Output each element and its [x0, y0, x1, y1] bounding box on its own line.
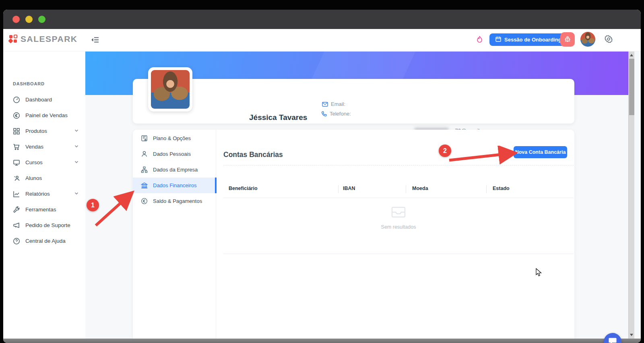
sidebar-item-label: Ferramentas [25, 207, 56, 213]
column-header-beneficiario: Beneficiário [229, 186, 258, 191]
scrollbar-thumb[interactable] [629, 59, 634, 115]
sidebar-item-cursos[interactable]: Cursos [3, 155, 85, 170]
sidebar-item-label: Central de Ajuda [25, 238, 66, 244]
tab-label: Dados Pessoais [153, 151, 191, 157]
onboarding-session-label: Sessão de Onboarding [504, 37, 561, 43]
sidebar-item-painel-de-vendas[interactable]: Painel de Vendas [3, 107, 85, 123]
user-avatar[interactable] [580, 32, 595, 47]
sidebar-item-alunos[interactable]: Alunos [3, 170, 85, 186]
sidebar-item-label: Cursos [25, 159, 43, 165]
tab-plano-e-opcoes[interactable]: Plano & Opções [133, 130, 216, 146]
chart-line-icon [13, 190, 20, 198]
question-circle-icon [13, 238, 20, 245]
report-bug-button[interactable] [560, 32, 575, 47]
profile-photo-frame [148, 67, 192, 112]
org-chart-icon [141, 166, 148, 173]
tab-label: Plano & Opções [153, 135, 191, 141]
chevron-down-icon [74, 128, 79, 134]
annotation-step-1-badge: 1 [87, 199, 99, 211]
column-header-moeda: Moeda [412, 186, 428, 191]
annotation-step-2-badge: 2 [439, 145, 451, 157]
app-root: SALESPARK Sessão de Onboarding [3, 29, 641, 339]
column-divider [486, 185, 487, 193]
wrench-icon [13, 206, 20, 213]
sidebar-item-relatorios[interactable]: Relatórios [3, 186, 85, 202]
cart-icon [13, 143, 20, 151]
speedometer-icon [13, 96, 20, 103]
salespark-logo[interactable]: SALESPARK [9, 34, 77, 44]
email-label: Email: [331, 101, 345, 107]
dotted-separator [223, 165, 574, 165]
sidebar-item-vendas[interactable]: Vendas [3, 139, 85, 155]
window-titlebar[interactable] [3, 10, 641, 29]
column-header-iban: IBAN [343, 186, 355, 191]
minimize-window-button[interactable] [25, 16, 33, 23]
annotation-step-2-number: 2 [443, 147, 447, 155]
empty-state-text: Sem resultados [223, 224, 574, 230]
window-bottom-edge [3, 339, 641, 343]
flame-icon[interactable] [474, 34, 485, 44]
euro-circle-icon [13, 112, 20, 119]
sidebar-item-label: Relatórios [25, 191, 50, 197]
chat-bubble-icon [608, 337, 617, 343]
grid-icon [13, 128, 20, 135]
close-window-button[interactable] [12, 16, 20, 23]
app-header: SALESPARK Sessão de Onboarding [3, 29, 641, 52]
bug-icon [564, 35, 571, 44]
new-bank-account-button[interactable]: Nova Conta Bancária [514, 146, 567, 158]
monitor-icon [13, 159, 20, 166]
phone-label: Telefone: [330, 111, 351, 117]
screenshot-stage: SALESPARK Sessão de Onboarding [0, 0, 644, 343]
maximize-window-button[interactable] [38, 16, 45, 23]
profile-email-row: Email: [322, 101, 345, 107]
sidebar-item-label: Produtos [25, 128, 47, 134]
table-bottom-border [223, 254, 574, 254]
chevron-down-icon [74, 144, 79, 150]
tab-label: Dados Financeiros [153, 182, 196, 188]
tab-dados-da-empresa[interactable]: Dados da Empresa [133, 162, 216, 178]
scroll-down-arrow-icon[interactable] [630, 334, 633, 336]
sidebar-section-label: DASHBOARD [13, 81, 45, 86]
bank-accounts-title: Contas Bancárias [223, 151, 283, 159]
bank-icon [141, 182, 148, 189]
sidebar: DASHBOARD Dashboard Painel de Vendas Pro… [3, 52, 85, 339]
sidebar-item-label: Vendas [25, 144, 43, 150]
tab-saldo-e-pagamentos[interactable]: Saldo & Pagamentos [133, 193, 216, 209]
sidebar-collapse-icon[interactable] [90, 35, 101, 45]
chevron-down-icon [74, 191, 79, 197]
salespark-logo-text: SALESPARK [21, 34, 77, 44]
sidebar-item-dashboard[interactable]: Dashboard [3, 92, 85, 107]
profile-phone-row: Telefone: [321, 111, 354, 117]
profile-card: Jéssica Tavares Administrador Email: es7… [133, 79, 574, 124]
macos-window: SALESPARK Sessão de Onboarding [3, 10, 641, 343]
phone-icon [321, 111, 327, 117]
onboarding-session-button[interactable]: Sessão de Onboarding [489, 33, 568, 46]
tab-dados-financeiros[interactable]: Dados Financeiros [133, 178, 216, 193]
sidebar-item-label: Painel de Vendas [25, 112, 68, 118]
tab-label: Dados da Empresa [153, 167, 198, 173]
user-avatar-photo [580, 32, 595, 47]
mouse-cursor [536, 268, 543, 277]
column-header-estado: Estado [493, 186, 510, 191]
empty-state: Sem resultados [223, 204, 574, 230]
profile-name: Jéssica Tavares [249, 113, 307, 122]
tab-label: Saldo & Pagamentos [153, 198, 202, 204]
sidebar-item-central-de-ajuda[interactable]: Central de Ajuda [3, 233, 85, 249]
gear-icon[interactable] [603, 33, 614, 45]
sidebar-item-ferramentas[interactable]: Ferramentas [3, 202, 85, 217]
scroll-up-arrow-icon[interactable] [630, 54, 633, 56]
sidebar-item-pedido-de-suporte[interactable]: Pedido de Suporte [3, 217, 85, 233]
bank-accounts-table-header: Beneficiário IBAN Moeda Estado [223, 180, 574, 198]
main-content: Jéssica Tavares Administrador Email: es7… [85, 52, 634, 339]
vertical-scrollbar[interactable] [628, 52, 634, 339]
annotation-step-1-number: 1 [91, 202, 95, 209]
settings-tab-list: Plano & Opções Dados Pessoais Dados da E… [133, 130, 216, 339]
column-divider [338, 185, 339, 193]
empty-inbox-icon [390, 213, 407, 220]
id-card-icon [141, 135, 148, 142]
students-icon [13, 175, 20, 182]
profile-photo [151, 70, 190, 109]
sidebar-item-produtos[interactable]: Produtos [3, 123, 85, 139]
sidebar-item-label: Pedido de Suporte [25, 222, 70, 228]
tab-dados-pessoais[interactable]: Dados Pessoais [133, 146, 216, 162]
